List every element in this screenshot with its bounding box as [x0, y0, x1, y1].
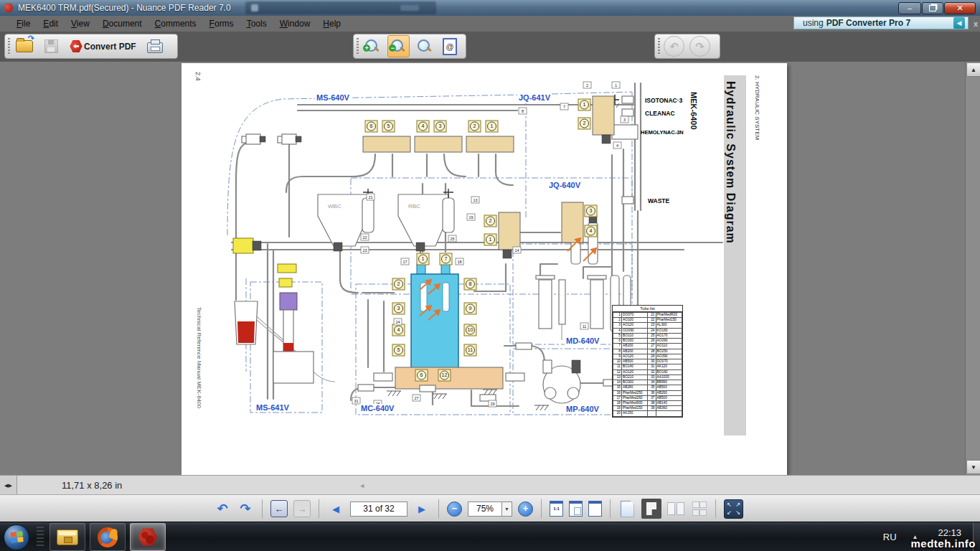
svg-text:2: 2: [583, 121, 586, 126]
start-button[interactable]: [4, 524, 29, 550]
scroll-up-button[interactable]: ▲: [966, 62, 980, 77]
restore-icon: [929, 5, 936, 11]
menu-item[interactable]: Forms: [203, 17, 240, 31]
sample-cup: [235, 301, 258, 344]
sample-tube: [273, 293, 314, 383]
pane-splitter[interactable]: ◀▶: [0, 476, 17, 495]
top-valve-banks: [363, 136, 514, 152]
print-button[interactable]: [144, 36, 166, 57]
continuous-view-button[interactable]: [641, 499, 661, 519]
fullscreen-arrow-icon: ↙: [727, 510, 732, 516]
svg-text:23: 23: [362, 248, 367, 253]
region-label-ms641v: MS-641V: [255, 403, 291, 412]
page-size-readout: 11,71 x 8,26 in: [62, 480, 122, 491]
menu-item[interactable]: Comments: [149, 17, 203, 31]
zoom-out-tool-button[interactable]: −: [387, 35, 409, 57]
previous-page-button[interactable]: ◀: [327, 500, 344, 517]
facing-pages-button[interactable]: [667, 500, 684, 517]
port-label-cleanac: CLEANAC: [645, 110, 675, 117]
svg-text:22: 22: [362, 235, 367, 240]
convert-pdf-button[interactable]: Convert PDF: [67, 36, 139, 57]
language-indicator[interactable]: RU: [883, 532, 897, 542]
region-label-md640v: MD-640V: [565, 336, 600, 345]
undo-button[interactable]: ↶: [664, 36, 684, 57]
taskbar-pdf-reader-button[interactable]: [130, 523, 166, 551]
fit-page-button[interactable]: [588, 501, 602, 517]
svg-text:19: 19: [468, 215, 473, 220]
save-button-disabled[interactable]: [40, 36, 62, 57]
taskbar-firefox-button[interactable]: [90, 523, 126, 551]
taskbar-explorer-button[interactable]: [50, 523, 85, 551]
svg-text:8: 8: [522, 109, 524, 113]
tube-list-row: 17PharMed260 37AB500: [613, 395, 682, 400]
svg-text:8: 8: [469, 281, 472, 286]
banner-arrow-button[interactable]: ◀: [953, 17, 965, 29]
menu-item[interactable]: File: [10, 17, 37, 31]
find-button[interactable]: @: [440, 36, 460, 57]
next-page-button[interactable]: ▶: [413, 500, 430, 517]
zoom-out-button[interactable]: −: [447, 501, 462, 517]
magnifier-icon: [417, 39, 433, 55]
menu-item[interactable]: Tools: [240, 17, 273, 31]
menu-item[interactable]: Help: [316, 17, 347, 31]
region-label-jq640v: JQ-640V: [547, 181, 582, 189]
svg-text:3: 3: [397, 306, 400, 311]
clock[interactable]: 22:13: [938, 527, 961, 538]
convert-pdf-icon: [70, 40, 83, 53]
page-number-field[interactable]: 31 of 32: [350, 501, 407, 517]
svg-text:27: 27: [414, 396, 418, 400]
menu-item[interactable]: Document: [96, 17, 149, 31]
zoom-in-tool-button[interactable]: +: [362, 36, 382, 57]
single-page-button[interactable]: [618, 500, 636, 517]
vertical-scrollbar[interactable]: ▲ ▼: [965, 62, 980, 475]
svg-text:WBC: WBC: [328, 203, 341, 209]
tube-list-table: Tube list 1DO070 21PharMedR20 2AO100 22P…: [612, 305, 683, 418]
zoom-dropdown-caret[interactable]: ▼: [502, 501, 512, 517]
minimize-button[interactable]: –: [898, 2, 921, 14]
banner-close-button[interactable]: x: [974, 19, 978, 28]
fit-width-button[interactable]: [569, 501, 583, 517]
background-window-titlebar: [245, 1, 436, 14]
tube-list-row: 5BO110 25AO170: [613, 333, 682, 338]
region-label-mp640v: MP-640V: [565, 405, 600, 413]
zoom-in-button[interactable]: +: [518, 501, 533, 517]
menu-items: FileEditViewDocumentCommentsFormsToolsWi…: [10, 17, 347, 31]
menu-item[interactable]: Window: [273, 17, 317, 31]
open-button[interactable]: [14, 36, 35, 57]
svg-text:4: 4: [590, 228, 593, 233]
converter-banner: using PDF Converter Pro 7 ◀ x: [793, 17, 969, 29]
rotate-right-button[interactable]: ↷: [237, 500, 254, 517]
region-label-mc640v: MC-640V: [359, 404, 395, 413]
svg-text:7: 7: [445, 256, 448, 261]
svg-text:2: 2: [489, 218, 492, 223]
rotate-left-button[interactable]: ↶: [214, 500, 231, 517]
maximize-button[interactable]: [922, 2, 943, 14]
next-view-button[interactable]: →: [293, 500, 311, 517]
tube-list-row: 4OO090 24KO160: [613, 328, 682, 333]
svg-text:5: 5: [387, 123, 390, 128]
svg-text:3: 3: [590, 208, 593, 213]
tube-list-row: 12AO120 32BO160: [613, 369, 682, 375]
scroll-down-button[interactable]: ▼: [966, 460, 980, 474]
actual-size-button[interactable]: 1:1: [550, 501, 563, 517]
svg-text:12: 12: [442, 372, 448, 377]
tube-list-rows: 1DO070 21PharMedR20 2AO100 22PharMed150 …: [613, 313, 682, 417]
zoom-level-field[interactable]: 75%: [468, 501, 502, 517]
convert-pdf-label: Convert PDF: [84, 42, 136, 52]
facing-pages-icon: [667, 502, 684, 515]
print-icon: [147, 42, 163, 53]
menu-item[interactable]: Edit: [37, 17, 65, 31]
svg-text:4: 4: [616, 143, 618, 148]
full-screen-button[interactable]: ↖ ↗ ↙ ↘: [724, 499, 743, 519]
svg-text:17: 17: [402, 260, 407, 264]
close-button[interactable]: ✕: [944, 2, 976, 14]
quad-view-button[interactable]: [690, 500, 707, 517]
tube-list-row: 11BO140 31AK120: [613, 364, 682, 369]
dynamic-zoom-button[interactable]: [415, 36, 435, 57]
redo-button[interactable]: ↷: [689, 36, 710, 57]
previous-view-button[interactable]: ←: [270, 500, 288, 517]
port-label-isotonac: ISOTONAC·3: [645, 98, 682, 104]
zoom-in-icon: +: [364, 39, 380, 55]
menu-item[interactable]: View: [65, 17, 96, 31]
svg-text:3: 3: [439, 123, 442, 128]
